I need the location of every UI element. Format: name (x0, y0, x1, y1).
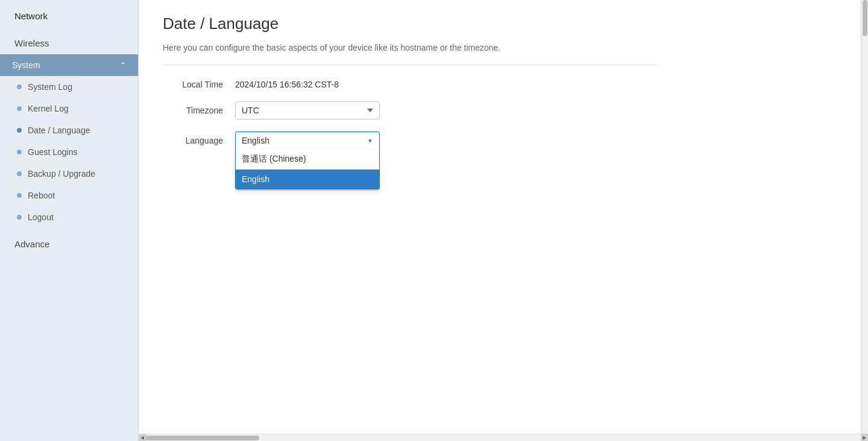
local-time-value: 2024/10/15 16:56:32 CST-8 (235, 80, 339, 89)
bullet-icon (17, 106, 22, 111)
sidebar-guest-logins-label: Guest Logins (28, 147, 78, 157)
form-section: Local Time 2024/10/15 16:56:32 CST-8 Tim… (163, 80, 657, 191)
vertical-scrollbar[interactable] (861, 0, 868, 441)
sidebar-reboot-label: Reboot (28, 191, 55, 200)
language-dropdown-wrapper: English ▼ 普通话 (Chinese) English (235, 132, 380, 149)
language-selected-value: English (242, 136, 269, 145)
chevron-down-icon: ⌃ (120, 61, 126, 69)
language-row: Language English ▼ 普通话 (Chinese) English (163, 132, 657, 149)
chevron-down-icon: ▼ (367, 138, 373, 144)
bullet-icon (17, 128, 22, 133)
sidebar-system-label: System (12, 60, 40, 70)
horizontal-scrollbar-thumb (139, 436, 259, 440)
sidebar-date-language-label: Date / Language (28, 125, 90, 135)
local-time-label: Local Time (163, 80, 223, 89)
sidebar-system-log-label: System Log (28, 82, 72, 92)
scroll-left-arrow[interactable]: ◀ (139, 434, 146, 441)
sidebar-item-date-language[interactable]: Date / Language (0, 119, 138, 141)
scrollbar-thumb (863, 0, 867, 36)
sidebar: Network Wireless System ⌃ System Log Ker… (0, 0, 139, 441)
sidebar-item-guest-logins[interactable]: Guest Logins (0, 141, 138, 163)
sidebar-item-network[interactable]: Network (0, 0, 138, 27)
timezone-label: Timezone (163, 106, 223, 115)
sidebar-kernel-log-label: Kernel Log (28, 104, 69, 113)
language-option-english[interactable]: English (236, 170, 379, 189)
bullet-icon (17, 193, 22, 198)
sidebar-item-logout[interactable]: Logout (0, 206, 138, 228)
scroll-right-arrow[interactable]: ▶ (861, 434, 868, 441)
bullet-icon (17, 171, 22, 176)
sidebar-item-wireless[interactable]: Wireless (0, 27, 138, 54)
sidebar-backup-upgrade-label: Backup / Upgrade (28, 169, 95, 179)
language-select-display[interactable]: English ▼ (235, 132, 380, 149)
local-time-row: Local Time 2024/10/15 16:56:32 CST-8 (163, 80, 657, 89)
bullet-icon (17, 150, 22, 154)
bullet-icon (17, 84, 22, 89)
sidebar-item-advance[interactable]: Advance (0, 228, 138, 255)
sidebar-item-system[interactable]: System ⌃ (0, 54, 138, 76)
page-title: Date / Language (163, 14, 657, 33)
language-dropdown-options: 普通话 (Chinese) English (235, 149, 380, 189)
language-option-chinese[interactable]: 普通话 (Chinese) (236, 149, 379, 170)
timezone-row: Timezone UTC (163, 101, 657, 119)
sidebar-item-reboot[interactable]: Reboot (0, 185, 138, 206)
horizontal-scrollbar[interactable] (139, 434, 861, 441)
sidebar-item-kernel-log[interactable]: Kernel Log (0, 98, 138, 119)
sidebar-logout-label: Logout (28, 212, 54, 222)
page-description: Here you can configure the basic aspects… (163, 43, 657, 65)
timezone-select[interactable]: UTC (235, 101, 380, 119)
main-content: Date / Language Here you can configure t… (139, 0, 861, 441)
sidebar-item-backup-upgrade[interactable]: Backup / Upgrade (0, 163, 138, 185)
language-label: Language (163, 132, 223, 145)
bullet-icon (17, 215, 22, 220)
sidebar-item-system-log[interactable]: System Log (0, 76, 138, 98)
